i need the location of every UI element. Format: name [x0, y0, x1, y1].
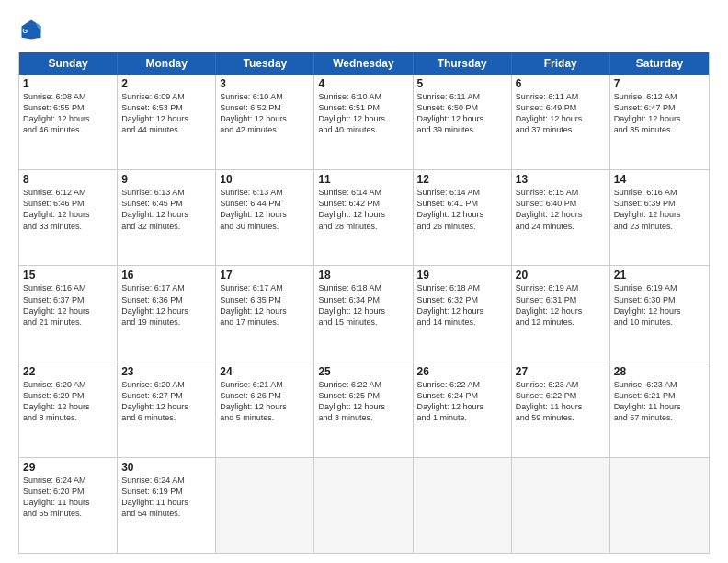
- header-day-wednesday: Wednesday: [314, 52, 413, 75]
- cell-info: Sunrise: 6:22 AMSunset: 6:25 PMDaylight:…: [318, 379, 408, 424]
- header-day-saturday: Saturday: [610, 52, 709, 75]
- calendar-cell: 4Sunrise: 6:10 AMSunset: 6:51 PMDaylight…: [314, 75, 413, 169]
- calendar-cell: 1Sunrise: 6:08 AMSunset: 6:55 PMDaylight…: [19, 75, 118, 169]
- cell-info: Sunrise: 6:13 AMSunset: 6:44 PMDaylight:…: [220, 187, 310, 232]
- cell-info: Sunrise: 6:24 AMSunset: 6:20 PMDaylight:…: [23, 475, 113, 520]
- logo: G: [18, 17, 48, 42]
- calendar-week-3: 15Sunrise: 6:16 AMSunset: 6:37 PMDayligh…: [19, 265, 709, 361]
- calendar-cell: 3Sunrise: 6:10 AMSunset: 6:52 PMDaylight…: [216, 75, 314, 169]
- header-day-thursday: Thursday: [414, 52, 512, 75]
- cell-info: Sunrise: 6:16 AMSunset: 6:37 PMDaylight:…: [23, 282, 113, 327]
- day-number: 20: [516, 269, 606, 282]
- calendar-cell: 22Sunrise: 6:20 AMSunset: 6:29 PMDayligh…: [19, 362, 118, 457]
- cell-info: Sunrise: 6:20 AMSunset: 6:29 PMDaylight:…: [23, 379, 113, 424]
- day-number: 16: [121, 269, 211, 282]
- day-number: 19: [417, 269, 507, 282]
- cell-info: Sunrise: 6:20 AMSunset: 6:27 PMDaylight:…: [121, 379, 211, 424]
- day-number: 1: [23, 77, 113, 90]
- day-number: 28: [614, 365, 705, 378]
- cell-info: Sunrise: 6:17 AMSunset: 6:36 PMDaylight:…: [121, 282, 211, 327]
- header-day-tuesday: Tuesday: [216, 52, 314, 75]
- calendar-cell: 11Sunrise: 6:14 AMSunset: 6:42 PMDayligh…: [314, 170, 413, 265]
- svg-text:G: G: [22, 28, 28, 34]
- calendar-header: SundayMondayTuesdayWednesdayThursdayFrid…: [19, 52, 709, 75]
- calendar-cell: 24Sunrise: 6:21 AMSunset: 6:26 PMDayligh…: [216, 362, 314, 457]
- calendar-week-4: 22Sunrise: 6:20 AMSunset: 6:29 PMDayligh…: [19, 362, 709, 457]
- day-number: 23: [121, 365, 211, 378]
- cell-info: Sunrise: 6:24 AMSunset: 6:19 PMDaylight:…: [121, 475, 211, 520]
- cell-info: Sunrise: 6:19 AMSunset: 6:30 PMDaylight:…: [614, 282, 705, 327]
- calendar-cell: 26Sunrise: 6:22 AMSunset: 6:24 PMDayligh…: [414, 362, 512, 457]
- calendar-cell: 2Sunrise: 6:09 AMSunset: 6:53 PMDaylight…: [118, 75, 216, 169]
- calendar-cell: 14Sunrise: 6:16 AMSunset: 6:39 PMDayligh…: [610, 170, 709, 265]
- calendar-cell: 13Sunrise: 6:15 AMSunset: 6:40 PMDayligh…: [512, 170, 610, 265]
- cell-info: Sunrise: 6:10 AMSunset: 6:52 PMDaylight:…: [220, 91, 310, 136]
- header-day-monday: Monday: [118, 52, 216, 75]
- cell-info: Sunrise: 6:09 AMSunset: 6:53 PMDaylight:…: [121, 91, 211, 136]
- cell-info: Sunrise: 6:16 AMSunset: 6:39 PMDaylight:…: [614, 187, 705, 232]
- calendar: SundayMondayTuesdayWednesdayThursdayFrid…: [18, 52, 710, 554]
- cell-info: Sunrise: 6:14 AMSunset: 6:41 PMDaylight:…: [417, 187, 507, 232]
- calendar-cell: 8Sunrise: 6:12 AMSunset: 6:46 PMDaylight…: [19, 170, 118, 265]
- day-number: 27: [516, 365, 606, 378]
- calendar-cell: [512, 458, 610, 553]
- cell-info: Sunrise: 6:10 AMSunset: 6:51 PMDaylight:…: [318, 91, 408, 136]
- calendar-cell: 19Sunrise: 6:18 AMSunset: 6:32 PMDayligh…: [414, 266, 512, 361]
- day-number: 18: [318, 269, 408, 282]
- calendar-cell: 28Sunrise: 6:23 AMSunset: 6:21 PMDayligh…: [610, 362, 709, 457]
- cell-info: Sunrise: 6:12 AMSunset: 6:47 PMDaylight:…: [614, 91, 705, 136]
- day-number: 13: [516, 173, 606, 186]
- calendar-cell: 27Sunrise: 6:23 AMSunset: 6:22 PMDayligh…: [512, 362, 610, 457]
- cell-info: Sunrise: 6:17 AMSunset: 6:35 PMDaylight:…: [220, 282, 310, 327]
- day-number: 12: [417, 173, 507, 186]
- day-number: 4: [318, 77, 408, 90]
- day-number: 15: [23, 269, 113, 282]
- calendar-cell: 18Sunrise: 6:18 AMSunset: 6:34 PMDayligh…: [314, 266, 413, 361]
- page: G SundayMondayTuesdayWednesdayThursdayFr…: [0, 0, 728, 563]
- calendar-week-2: 8Sunrise: 6:12 AMSunset: 6:46 PMDaylight…: [19, 169, 709, 265]
- day-number: 8: [23, 173, 113, 186]
- day-number: 26: [417, 365, 507, 378]
- calendar-cell: 12Sunrise: 6:14 AMSunset: 6:41 PMDayligh…: [414, 170, 512, 265]
- day-number: 24: [220, 365, 310, 378]
- day-number: 10: [220, 173, 310, 186]
- calendar-cell: 16Sunrise: 6:17 AMSunset: 6:36 PMDayligh…: [118, 266, 216, 361]
- day-number: 17: [220, 269, 310, 282]
- logo-icon: G: [18, 17, 44, 42]
- calendar-cell: 15Sunrise: 6:16 AMSunset: 6:37 PMDayligh…: [19, 266, 118, 361]
- cell-info: Sunrise: 6:11 AMSunset: 6:49 PMDaylight:…: [516, 91, 606, 136]
- cell-info: Sunrise: 6:22 AMSunset: 6:24 PMDaylight:…: [417, 379, 507, 424]
- calendar-cell: 29Sunrise: 6:24 AMSunset: 6:20 PMDayligh…: [19, 458, 118, 553]
- day-number: 30: [121, 461, 211, 474]
- header: G: [18, 17, 710, 42]
- calendar-cell: 7Sunrise: 6:12 AMSunset: 6:47 PMDaylight…: [610, 75, 709, 169]
- day-number: 29: [23, 461, 113, 474]
- calendar-cell: 9Sunrise: 6:13 AMSunset: 6:45 PMDaylight…: [118, 170, 216, 265]
- calendar-cell: [414, 458, 512, 553]
- header-day-sunday: Sunday: [19, 52, 118, 75]
- calendar-cell: 17Sunrise: 6:17 AMSunset: 6:35 PMDayligh…: [216, 266, 314, 361]
- calendar-cell: 23Sunrise: 6:20 AMSunset: 6:27 PMDayligh…: [118, 362, 216, 457]
- cell-info: Sunrise: 6:13 AMSunset: 6:45 PMDaylight:…: [121, 187, 211, 232]
- day-number: 14: [614, 173, 705, 186]
- calendar-cell: [216, 458, 314, 553]
- header-day-friday: Friday: [512, 52, 610, 75]
- cell-info: Sunrise: 6:12 AMSunset: 6:46 PMDaylight:…: [23, 187, 113, 232]
- calendar-body: 1Sunrise: 6:08 AMSunset: 6:55 PMDaylight…: [19, 75, 709, 553]
- cell-info: Sunrise: 6:15 AMSunset: 6:40 PMDaylight:…: [516, 187, 606, 232]
- calendar-cell: 21Sunrise: 6:19 AMSunset: 6:30 PMDayligh…: [610, 266, 709, 361]
- calendar-cell: 6Sunrise: 6:11 AMSunset: 6:49 PMDaylight…: [512, 75, 610, 169]
- calendar-cell: 10Sunrise: 6:13 AMSunset: 6:44 PMDayligh…: [216, 170, 314, 265]
- cell-info: Sunrise: 6:21 AMSunset: 6:26 PMDaylight:…: [220, 379, 310, 424]
- calendar-cell: [610, 458, 709, 553]
- calendar-week-1: 1Sunrise: 6:08 AMSunset: 6:55 PMDaylight…: [19, 75, 709, 169]
- calendar-cell: 5Sunrise: 6:11 AMSunset: 6:50 PMDaylight…: [414, 75, 512, 169]
- day-number: 5: [417, 77, 507, 90]
- calendar-cell: 25Sunrise: 6:22 AMSunset: 6:25 PMDayligh…: [314, 362, 413, 457]
- day-number: 6: [516, 77, 606, 90]
- calendar-week-5: 29Sunrise: 6:24 AMSunset: 6:20 PMDayligh…: [19, 457, 709, 553]
- cell-info: Sunrise: 6:18 AMSunset: 6:34 PMDaylight:…: [318, 282, 408, 327]
- cell-info: Sunrise: 6:11 AMSunset: 6:50 PMDaylight:…: [417, 91, 507, 136]
- day-number: 25: [318, 365, 408, 378]
- day-number: 22: [23, 365, 113, 378]
